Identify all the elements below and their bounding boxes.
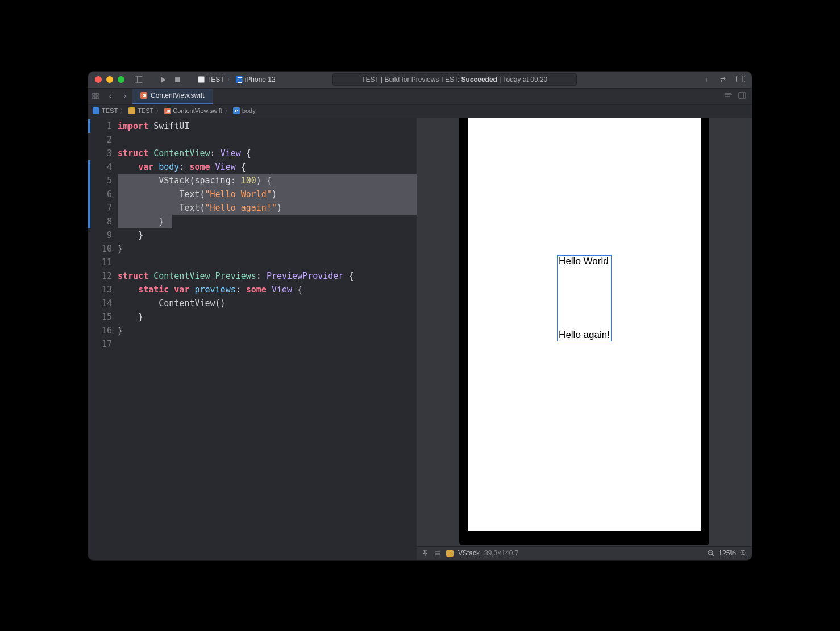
activity-status[interactable]: TEST | Build for Previews TEST: Succeede… <box>332 73 577 86</box>
device-frame: Hello World Hello again! <box>459 118 709 545</box>
project-icon <box>93 107 99 114</box>
svg-line-24 <box>745 554 746 556</box>
device-name: iPhone 12 <box>245 76 276 83</box>
selected-element-name[interactable]: VStack <box>458 549 480 557</box>
svg-rect-7 <box>96 93 98 95</box>
svg-marker-2 <box>161 77 166 83</box>
file-tab[interactable]: ContentView.swift <box>132 89 213 104</box>
folder-icon <box>128 107 135 114</box>
crumb-file[interactable]: ContentView.swift <box>173 107 222 114</box>
line-gutter[interactable]: 1234567891011121314151617 <box>90 118 118 560</box>
preview-canvas[interactable]: Hello World Hello again! <box>417 118 752 546</box>
titlebar: TEST 〉 iPhone 12 TEST | Build for Previe… <box>88 72 752 89</box>
svg-rect-9 <box>96 97 98 99</box>
selected-element-chip-icon <box>446 550 454 557</box>
crumb-symbol[interactable]: body <box>242 107 256 114</box>
svg-rect-4 <box>737 76 745 82</box>
nav-forward-icon[interactable]: › <box>118 89 132 104</box>
crumb-group[interactable]: TEST <box>138 107 153 114</box>
svg-rect-0 <box>135 77 143 82</box>
swift-file-icon <box>164 108 171 114</box>
run-button[interactable] <box>159 76 168 83</box>
add-icon[interactable]: ＋ <box>703 75 710 85</box>
app-icon <box>198 76 205 83</box>
zoom-window-button[interactable] <box>118 76 124 83</box>
minimap-icon[interactable] <box>725 92 733 101</box>
jump-bar[interactable]: TEST 〉 TEST 〉 ContentView.swift 〉 Pbody <box>88 105 752 118</box>
scheme-selector[interactable]: TEST 〉 iPhone 12 <box>198 75 276 85</box>
preview-pane: Hello World Hello again! VStack 89,3×140… <box>417 118 752 560</box>
toggle-inspector-icon[interactable] <box>736 76 745 84</box>
selected-element-dims: 89,3×140,7 <box>484 549 518 557</box>
related-items-icon[interactable] <box>88 89 103 104</box>
preview-text-1: Hello World <box>558 256 610 267</box>
crumb-project[interactable]: TEST <box>102 107 118 114</box>
main-split: 1234567891011121314151617 import SwiftUI… <box>88 118 752 560</box>
minimize-window-button[interactable] <box>106 76 113 83</box>
svg-line-21 <box>712 554 714 556</box>
svg-rect-8 <box>93 97 95 99</box>
property-icon: P <box>233 107 240 114</box>
window-traffic-lights <box>95 76 124 83</box>
status-suffix: | Today at 09:20 <box>497 76 547 83</box>
device-screen: Hello World Hello again! <box>468 118 701 531</box>
preview-bottom-bar: VStack 89,3×140,7 125% <box>417 546 752 560</box>
stop-button[interactable] <box>173 76 182 83</box>
tab-bar: ‹ › ContentView.swift <box>88 89 752 105</box>
open-in-assistant-icon[interactable]: ⇄ <box>720 76 726 83</box>
zoom-out-icon[interactable] <box>707 549 715 557</box>
scheme-name: TEST <box>207 76 224 83</box>
swift-file-icon <box>140 92 147 99</box>
status-result: Succeeded <box>461 76 497 83</box>
simulator-icon <box>236 76 243 83</box>
svg-rect-3 <box>175 77 180 82</box>
tab-filename: ContentView.swift <box>151 91 205 99</box>
toggle-navigator-icon[interactable] <box>135 76 143 83</box>
nav-back-icon[interactable]: ‹ <box>103 89 118 104</box>
list-icon[interactable] <box>434 549 442 557</box>
svg-rect-14 <box>739 93 746 98</box>
change-bar <box>88 118 90 560</box>
zoom-in-icon[interactable] <box>739 549 747 557</box>
adjust-editor-icon[interactable] <box>738 92 746 101</box>
code-area[interactable]: import SwiftUIstruct ContentView: View {… <box>118 118 417 560</box>
status-prefix: TEST | Build for Previews TEST: <box>361 76 461 83</box>
zoom-level[interactable]: 125% <box>718 549 736 557</box>
close-window-button[interactable] <box>95 76 102 83</box>
vstack-selection-box[interactable]: Hello World Hello again! <box>557 255 612 341</box>
xcode-window: TEST 〉 iPhone 12 TEST | Build for Previe… <box>88 72 752 560</box>
svg-rect-6 <box>93 93 95 95</box>
preview-text-2: Hello again! <box>558 329 611 341</box>
pin-icon[interactable] <box>421 549 429 557</box>
code-editor[interactable]: 1234567891011121314151617 import SwiftUI… <box>88 118 417 560</box>
